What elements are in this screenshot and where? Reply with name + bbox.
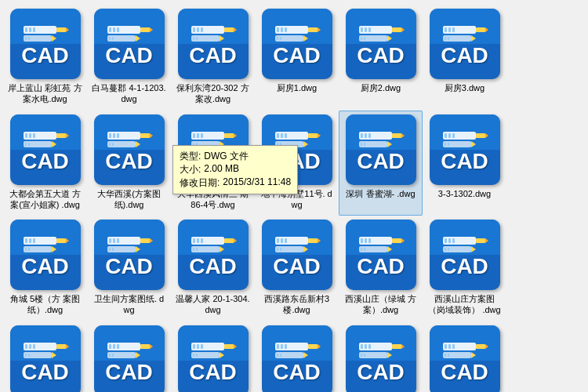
cad-label: CAD [273, 45, 321, 67]
svg-marker-112 [485, 133, 488, 138]
svg-rect-175 [452, 238, 455, 243]
cad-label: CAD [105, 151, 153, 172]
tooltip-size-value: 2.00 MB [204, 163, 239, 176]
svg-marker-57 [471, 35, 476, 42]
file-item[interactable]: CAD深圳 香蜜湖- .dwg [339, 111, 423, 216]
svg-marker-2 [66, 27, 69, 32]
svg-rect-5 [33, 27, 35, 32]
cad-icon: CAD [94, 220, 165, 290]
svg-rect-90 [275, 132, 308, 140]
file-item[interactable]: CAD厨房2.dwg [339, 5, 423, 111]
svg-rect-178 [445, 248, 446, 251]
svg-rect-84 [197, 133, 199, 138]
svg-rect-74 [113, 133, 115, 138]
file-item[interactable]: CAD厨房3.dwg [423, 5, 506, 111]
svg-rect-141 [224, 238, 234, 243]
svg-rect-164 [365, 238, 367, 243]
svg-rect-60 [24, 132, 56, 140]
cad-icon-pencil [274, 338, 321, 360]
svg-rect-119 [448, 143, 449, 146]
file-item[interactable]: CAD岸上蓝山 彩虹苑 方案水电.dwg [3, 5, 87, 111]
svg-rect-140 [191, 237, 224, 245]
file-name: 卫生间方案图纸. dwg [91, 293, 167, 316]
file-item[interactable]: CAD3-3-1302.dwg [423, 111, 506, 216]
cad-icon: CAD [10, 9, 81, 79]
file-item[interactable]: CAD西溪路东岳新村3 楼.dwg [255, 216, 339, 321]
file-grid: CAD岸上蓝山 彩虹苑 方案水电.dwg CAD白马蔓郡 4-1-1203.dw… [0, 0, 588, 392]
svg-marker-107 [387, 141, 392, 147]
file-item[interactable]: CAD白马蔓郡 4-1-1203.dwg [87, 5, 171, 111]
file-item[interactable]: CAD湘湖人家湖畔苑 19-1.dwg [171, 321, 255, 392]
file-item[interactable]: CAD [423, 321, 506, 392]
svg-rect-186 [24, 352, 52, 358]
file-item[interactable]: CAD西溪山庄方案图 （岗域装饰） .dwg [423, 216, 506, 321]
cad-icon: CAD [178, 220, 249, 290]
file-item[interactable]: CAD西溪山庄（绿城 方案）.dwg [339, 216, 423, 321]
svg-rect-160 [359, 237, 392, 245]
cad-icon: CAD [10, 114, 81, 185]
tooltip-size-label: 大小: [180, 163, 201, 176]
file-name: 厨房1.dwg [277, 82, 317, 93]
file-item[interactable]: CAD保利东湾20-302 方案改.dwg [171, 5, 255, 111]
cad-label: CAD [357, 45, 405, 67]
svg-rect-208 [193, 354, 194, 357]
svg-marker-187 [52, 352, 56, 358]
svg-rect-40 [359, 26, 392, 34]
cad-icon: CAD [10, 325, 81, 392]
svg-rect-183 [25, 344, 27, 349]
cad-icon-pencil [190, 21, 237, 43]
svg-rect-79 [112, 143, 114, 146]
file-name: 大都会第五大道 方案(宣小姐家) .dwg [7, 188, 83, 211]
file-item[interactable]: CAD湘湖人家湖畔苑 19-1(烤漆) .dwg [87, 321, 171, 392]
svg-rect-144 [197, 238, 199, 243]
svg-rect-111 [476, 133, 485, 138]
tooltip-modified-label: 修改日期: [180, 176, 220, 190]
svg-rect-100 [359, 132, 392, 140]
file-item[interactable]: CAD温馨人家 20-1-304.dwg [171, 216, 255, 321]
svg-marker-217 [303, 352, 308, 358]
file-item[interactable]: CAD厨房1.dwg [255, 5, 339, 111]
svg-rect-34 [281, 27, 283, 32]
file-item[interactable]: CAD大都会第五大道 方案(宣小姐家) .dwg [3, 111, 87, 216]
cad-label: CAD [105, 45, 153, 67]
svg-rect-115 [452, 133, 455, 138]
file-item[interactable]: CAD [339, 321, 423, 392]
cad-icon: CAD [262, 220, 332, 290]
svg-rect-94 [281, 133, 283, 138]
cad-icon: CAD [10, 220, 81, 290]
svg-rect-210 [275, 343, 308, 350]
file-item[interactable]: CAD [255, 321, 339, 392]
svg-rect-161 [392, 238, 401, 243]
svg-rect-114 [448, 133, 451, 138]
file-item[interactable]: CAD仙林苑 30-1004.dwg [3, 321, 87, 392]
svg-marker-47 [387, 35, 392, 42]
cad-icon-pencil [441, 232, 488, 254]
svg-rect-109 [364, 143, 365, 146]
cad-icon: CAD [262, 9, 332, 79]
svg-rect-149 [196, 248, 198, 251]
file-name: 3-3-1302.dwg [438, 188, 491, 199]
svg-rect-85 [201, 133, 203, 138]
svg-rect-154 [281, 238, 283, 243]
svg-rect-18 [109, 37, 111, 40]
svg-rect-118 [445, 143, 446, 146]
cad-icon-pencil [358, 232, 405, 254]
svg-rect-101 [392, 133, 401, 138]
svg-rect-211 [308, 344, 318, 349]
file-item[interactable]: CAD卫生间方案图纸. dwg [87, 216, 171, 321]
cad-icon: CAD [430, 325, 500, 392]
svg-rect-41 [392, 27, 401, 32]
svg-marker-97 [303, 141, 308, 147]
cad-icon: CAD [94, 325, 165, 392]
file-item[interactable]: CAD角城 5楼（方 案图纸）.dwg [3, 216, 87, 321]
cad-icon: CAD [262, 325, 332, 392]
file-item[interactable]: CAD大华西溪(方案图 纸).dwg [87, 111, 171, 216]
cad-icon-pencil [22, 232, 69, 254]
cad-label: CAD [441, 256, 488, 278]
svg-rect-20 [191, 26, 224, 34]
cad-label: CAD [21, 361, 69, 383]
svg-marker-152 [318, 238, 321, 243]
svg-marker-32 [318, 27, 321, 32]
cad-label: CAD [273, 361, 321, 383]
svg-rect-123 [25, 238, 27, 243]
